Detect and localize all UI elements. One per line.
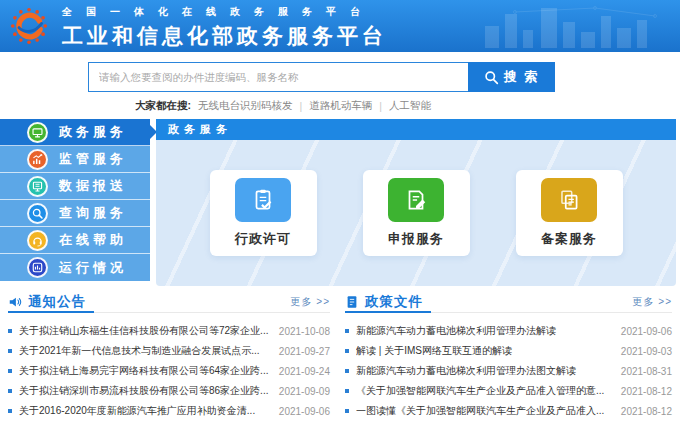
magnifier-icon — [484, 70, 499, 85]
search-input[interactable] — [88, 62, 468, 92]
policy-date: 2021-08-31 — [621, 366, 672, 377]
speaker-icon — [8, 295, 22, 309]
notices-more-link[interactable]: 更多 >> — [291, 295, 330, 309]
item-bullet — [345, 349, 349, 353]
clipboard-check-icon — [235, 178, 291, 222]
card-administrative-license[interactable]: 行政许可 — [210, 170, 317, 256]
hot-search-link-vehicle[interactable]: 道路机动车辆 — [309, 99, 372, 113]
sidebar-item-online-help[interactable]: 在线帮助 — [0, 227, 150, 254]
policy-item[interactable]: 一图读懂《关于加强智能网联汽车生产企业及产品准入... 2021-08-12 — [345, 401, 672, 421]
panel-body: 行政许可 申报服务 备案服务 — [156, 140, 676, 286]
sidebar-item-data-reporting[interactable]: 数据报送 — [0, 173, 150, 200]
hot-search-label: 大家都在搜: — [135, 99, 191, 113]
search-button[interactable]: 搜索 — [468, 62, 555, 92]
data-report-icon — [27, 176, 48, 197]
site-title: 工业和信息化部政务服务平台 — [62, 22, 387, 50]
notice-date: 2021-09-27 — [279, 346, 330, 357]
item-bullet — [345, 369, 349, 373]
item-bullet — [8, 389, 12, 393]
notice-date: 2021-09-24 — [279, 366, 330, 377]
policy-item[interactable]: 新能源汽车动力蓄电池梯次利用管理办法图文解读 2021-08-31 — [345, 361, 672, 381]
city-skyline-decoration — [475, 2, 675, 52]
item-bullet — [8, 349, 12, 353]
notice-item[interactable]: 关于拟注销上海易完宇网络科技有限公司等64家企业跨... 2021-09-24 — [8, 361, 330, 381]
notice-date: 2021-10-08 — [279, 326, 330, 337]
hot-search-separator: | — [300, 100, 303, 112]
item-bullet — [345, 389, 349, 393]
policy-date: 2021-08-12 — [621, 406, 672, 417]
hot-search-row: 大家都在搜: 无线电台识别码核发 | 道路机动车辆 | 人工智能 — [135, 99, 431, 113]
notice-item[interactable]: 关于2021年新一代信息技术与制造业融合发展试点示... 2021-09-27 — [8, 341, 330, 361]
sidebar-item-operation-status[interactable]: 运行情况 — [0, 254, 150, 281]
government-services-panel: 政务服务 行政许可 申报服务 — [156, 119, 676, 286]
sidebar-item-supervision-services[interactable]: 监管服务 — [0, 146, 150, 173]
notices-title: 通知公告 — [28, 293, 86, 311]
search-button-label: 搜索 — [504, 68, 544, 86]
search-bar: 搜索 — [88, 62, 555, 92]
notices-header: 通知公告 更多 >> — [8, 291, 330, 313]
hot-search-link-ai[interactable]: 人工智能 — [389, 99, 431, 113]
copy-files-icon — [541, 178, 597, 222]
headset-icon — [27, 230, 48, 251]
policy-date: 2021-09-06 — [621, 326, 672, 337]
policies-title: 政策文件 — [365, 293, 423, 311]
hot-search-link-radio[interactable]: 无线电台识别码核发 — [198, 99, 293, 113]
search-service-icon — [27, 203, 48, 224]
card-declaration-service[interactable]: 申报服务 — [363, 170, 470, 256]
notice-item[interactable]: 关于2016-2020年度新能源汽车推广应用补助资金清... 2021-09-0… — [8, 401, 330, 421]
item-bullet — [8, 409, 12, 413]
policies-section: 政策文件 更多 >> 新能源汽车动力蓄电池梯次利用管理办法解读 2021-09-… — [345, 291, 672, 421]
policy-item[interactable]: 解读 | 关于IMS网络互联互通的解读 2021-09-03 — [345, 341, 672, 361]
sidebar-nav: 政务服务 监管服务 数据报送 查询服务 — [0, 119, 150, 281]
bar-chart-icon — [27, 149, 48, 170]
monitor-icon — [27, 122, 48, 143]
ministry-logo-icon — [9, 6, 49, 46]
sidebar-item-government-services[interactable]: 政务服务 — [0, 119, 150, 146]
policies-list: 新能源汽车动力蓄电池梯次利用管理办法解读 2021-09-06 解读 | 关于I… — [345, 321, 672, 421]
policies-more-link[interactable]: 更多 >> — [633, 295, 672, 309]
site-header: 全国一体化在线政务服务平台 工业和信息化部政务服务平台 — [0, 0, 680, 52]
policy-item[interactable]: 新能源汽车动力蓄电池梯次利用管理办法解读 2021-09-06 — [345, 321, 672, 341]
sidebar-item-query-services[interactable]: 查询服务 — [0, 200, 150, 227]
dashboard-icon — [27, 257, 48, 278]
policies-header: 政策文件 更多 >> — [345, 291, 672, 313]
portal-tagline: 全国一体化在线政务服务平台 — [62, 5, 387, 19]
document-icon — [345, 295, 359, 309]
panel-title: 政务服务 — [156, 119, 676, 140]
policy-item[interactable]: 《关于加强智能网联汽车生产企业及产品准入管理的意... 2021-08-12 — [345, 381, 672, 401]
item-bullet — [8, 369, 12, 373]
notice-item[interactable]: 关于拟注销深圳市易流科技股份有限公司等86家企业跨... 2021-09-09 — [8, 381, 330, 401]
notice-date: 2021-09-09 — [279, 386, 330, 397]
policy-date: 2021-08-12 — [621, 386, 672, 397]
notices-list: 关于拟注销山东福生佳信科技股份有限公司等72家企业... 2021-10-08 … — [8, 321, 330, 421]
item-bullet — [345, 409, 349, 413]
item-bullet — [8, 329, 12, 333]
document-edit-icon — [388, 178, 444, 222]
notices-section: 通知公告 更多 >> 关于拟注销山东福生佳信科技股份有限公司等72家企业... … — [8, 291, 330, 421]
card-filing-service[interactable]: 备案服务 — [516, 170, 623, 256]
notice-date: 2021-09-06 — [279, 406, 330, 417]
policy-date: 2021-09-03 — [621, 346, 672, 357]
item-bullet — [345, 329, 349, 333]
notice-item[interactable]: 关于拟注销山东福生佳信科技股份有限公司等72家企业... 2021-10-08 — [8, 321, 330, 341]
hot-search-separator: | — [379, 100, 382, 112]
